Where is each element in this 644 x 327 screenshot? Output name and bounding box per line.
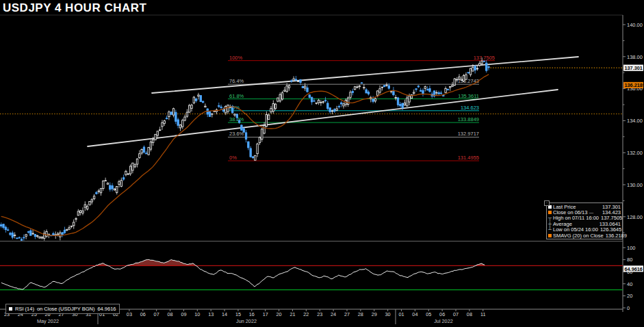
rsi-axis: 10080604020064.9616 bbox=[623, 245, 643, 311]
rsi-tick-label: 40 bbox=[627, 281, 632, 287]
chart-title: USDJPY 4 HOUR CHART bbox=[3, 1, 146, 15]
date-tick-label: 09 bbox=[181, 311, 186, 317]
legend-row[interactable]: SMAVG (20) on Close136.2189 bbox=[548, 233, 621, 238]
fib-pct-label: 76.4% bbox=[229, 78, 244, 84]
trend-channel bbox=[88, 57, 578, 146]
date-tick-label: 01 bbox=[398, 311, 404, 317]
rsi-tick-label: 20 bbox=[627, 293, 632, 299]
fib-pct-label: 100% bbox=[229, 55, 243, 61]
date-tick-label: 06 bbox=[140, 311, 146, 317]
chart-legend[interactable]: - Last Price137.301Close on 06/13----134… bbox=[546, 202, 623, 239]
month-label: Jul 2022 bbox=[434, 318, 453, 324]
tracking-lines bbox=[0, 68, 623, 114]
terminal-chart-window: 100%137.750576.4%136.274361.8%135.361150… bbox=[0, 0, 644, 327]
date-tick-label: 24 bbox=[331, 311, 336, 317]
orange-square-icon bbox=[548, 233, 553, 238]
rsi-series-suffix: on Close (USDJPY BGN) bbox=[37, 304, 94, 313]
high-marker-icon: ┬ bbox=[548, 215, 553, 220]
price-badge: 137.301 bbox=[625, 65, 643, 71]
fib-value-label: 135.3611 bbox=[458, 93, 479, 99]
date-tick-label: 06 bbox=[439, 311, 445, 317]
date-tick-label: 10 bbox=[194, 311, 200, 317]
smavg-line bbox=[1, 75, 489, 236]
date-tick-label: 23 bbox=[317, 311, 322, 317]
date-tick-label: 03 bbox=[127, 311, 132, 317]
rsi-series-swatch-icon bbox=[9, 307, 12, 311]
date-tick-label: 14 bbox=[222, 311, 227, 317]
price-badge: 136.2189 bbox=[625, 82, 644, 88]
date-tick-label: 13 bbox=[208, 311, 214, 317]
price-tick-label: 128.00 bbox=[627, 214, 643, 220]
chart-canvas[interactable]: 100%137.750576.4%136.274361.8%135.361150… bbox=[0, 0, 644, 327]
average-line-icon: ┼ bbox=[548, 222, 553, 226]
price-tick-label: 134.00 bbox=[627, 118, 643, 124]
rsi-series-label[interactable]: RSI (14) on Close (USDJPY BGN) 64.9616 bbox=[5, 304, 120, 314]
date-tick-label: 15 bbox=[235, 311, 241, 317]
fib-value-label: 137.7505 bbox=[474, 55, 495, 61]
rsi-series-name: RSI (14) bbox=[15, 304, 34, 313]
date-tick-label: 30 bbox=[385, 311, 391, 317]
price-tick-label: 140.00 bbox=[627, 22, 643, 28]
fib-value-label: 132.9717 bbox=[458, 131, 479, 137]
date-tick-label: 22 bbox=[303, 311, 309, 317]
date-tick-label: 21 bbox=[289, 311, 295, 317]
date-tick-label: 08 bbox=[167, 311, 172, 317]
legend-expander-icon[interactable]: - bbox=[544, 200, 550, 206]
month-label: May 2022 bbox=[37, 318, 59, 324]
date-tick-label: 16 bbox=[249, 311, 255, 317]
date-tick-label: 05 bbox=[426, 311, 431, 317]
date-tick-label: 20 bbox=[276, 311, 282, 317]
legend-label: SMAVG (20) on Close bbox=[553, 233, 604, 239]
date-tick-label: 07 bbox=[154, 311, 159, 317]
price-tick-label: 130.00 bbox=[627, 182, 643, 188]
rsi-panel bbox=[0, 260, 623, 290]
date-tick-label: 11 bbox=[480, 311, 486, 317]
fib-pct-label: 61.8% bbox=[229, 93, 244, 99]
rsi-badge: 64.9616 bbox=[625, 266, 643, 272]
plot-frame bbox=[0, 15, 623, 312]
rsi-tick-label: 80 bbox=[627, 257, 632, 263]
date-tick-label: 27 bbox=[344, 311, 350, 317]
legend-value: 136.2189 bbox=[604, 233, 627, 239]
rsi-tick-label: 100 bbox=[627, 245, 636, 251]
date-tick-label: 07 bbox=[453, 311, 459, 317]
rsi-tick-label: 0 bbox=[627, 305, 630, 311]
fib-pct-label: 23.6% bbox=[229, 131, 244, 137]
fib-value-label: 133.8849 bbox=[458, 116, 479, 122]
rsi-line bbox=[1, 260, 485, 290]
price-tick-label: 138.00 bbox=[627, 54, 643, 60]
rsi-overbought-fill bbox=[1, 260, 485, 290]
date-tick-label: 28 bbox=[358, 311, 363, 317]
price-tick-label: 132.00 bbox=[627, 150, 643, 156]
rsi-series-value: 64.9616 bbox=[97, 304, 116, 313]
date-tick-label: 29 bbox=[372, 311, 377, 317]
fib-retracement: 100%137.750576.4%136.274361.8%135.361150… bbox=[228, 55, 495, 161]
fib-pct-label: 0% bbox=[229, 155, 237, 161]
fib-value-label: 131.4955 bbox=[458, 155, 479, 161]
price-axis: 140.00138.00136.00134.00132.00130.00128.… bbox=[623, 22, 644, 233]
date-tick-label: 08 bbox=[467, 311, 472, 317]
date-tick-label: 04 bbox=[412, 311, 417, 317]
month-label: Jun 2022 bbox=[236, 318, 257, 324]
fib-value-label: 134.623 bbox=[461, 105, 479, 111]
orange-square-icon bbox=[548, 210, 553, 215]
low-marker-icon: ┴ bbox=[548, 227, 553, 232]
date-tick-label: 17 bbox=[263, 311, 268, 317]
